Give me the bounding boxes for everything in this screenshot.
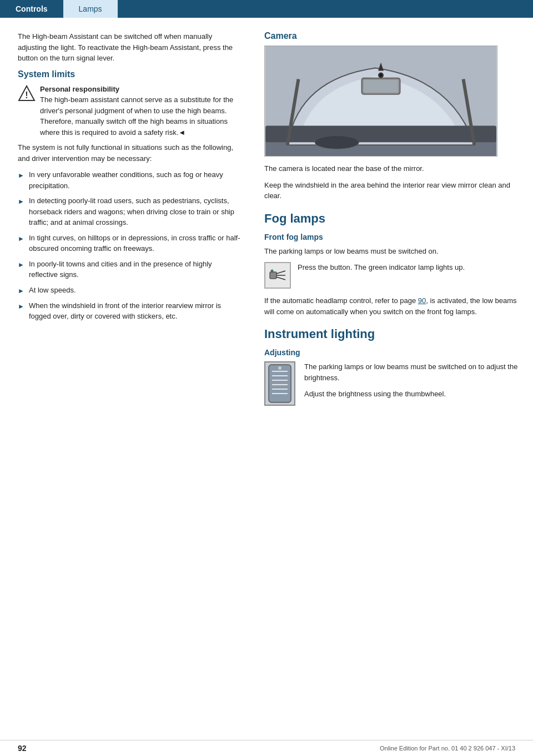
tab-controls[interactable]: Controls: [0, 0, 63, 18]
right-column: Camera: [255, 31, 533, 412]
front-fog-text2: If the automatic headlamp control, refer…: [264, 295, 520, 317]
list-item-text: When the windshield in front of the inte…: [29, 300, 242, 322]
fog-lamps-title: Fog lamps: [264, 211, 520, 226]
main-content: The High-beam Assistant can be switched …: [0, 18, 533, 412]
system-limits-section: System limits ! Personal responsibility …: [18, 69, 242, 322]
list-item: ► In tight curves, on hilltops or in dep…: [18, 233, 242, 254]
fog-page-link[interactable]: 90: [418, 296, 426, 305]
warning-bold-text: Personal responsibility: [40, 85, 119, 93]
list-item-text: In very unfavorable weather conditions, …: [29, 169, 242, 191]
svg-point-10: [315, 135, 359, 149]
footer: 92 Online Edition for Part no. 01 40 2 9…: [0, 740, 533, 756]
list-item-text: In poorly-lit towns and cities and in th…: [29, 259, 242, 280]
system-limits-title: System limits: [18, 69, 242, 79]
camera-text1: The camera is located near the base of t…: [264, 163, 520, 174]
list-item: ► In poorly-lit towns and cities and in …: [18, 259, 242, 280]
svg-line-14: [276, 271, 285, 274]
camera-section: Camera: [264, 31, 520, 201]
front-fog-text1: The parking lamps or low beams must be s…: [264, 246, 520, 257]
left-column: The High-beam Assistant can be switched …: [0, 31, 255, 412]
fog-button-block: Press the button. The green indicator la…: [264, 262, 520, 289]
header-tabs: Controls Lamps: [0, 0, 533, 18]
fog-lamps-section: Fog lamps Front fog lamps The parking la…: [264, 211, 520, 317]
front-fog-lamps-subtitle: Front fog lamps: [264, 233, 520, 241]
bullet-arrow-icon: ►: [18, 286, 26, 296]
svg-point-8: [380, 74, 382, 76]
adjusting-subtitle: Adjusting: [264, 348, 520, 357]
front-fog-button-text: Press the button. The green indicator la…: [298, 262, 465, 273]
svg-rect-4: [265, 126, 496, 143]
system-intro-text: The system is not fully functional in si…: [18, 142, 242, 164]
bullet-arrow-icon: ►: [18, 196, 26, 206]
list-item: ► In detecting poorly-lit road users, su…: [18, 195, 242, 228]
svg-line-16: [276, 277, 285, 280]
camera-image: [264, 46, 497, 157]
list-item: ► In very unfavorable weather conditions…: [18, 169, 242, 191]
fog-text2-prefix: If the automatic headlamp control, refer…: [264, 296, 418, 305]
warning-body-text: The high-beam assistant cannot serve as …: [40, 95, 233, 137]
bullet-arrow-icon: ►: [18, 234, 26, 244]
list-item: ► When the windshield in front of the in…: [18, 300, 242, 322]
instrument-adjusting-block: The parking lamps or low beams must be s…: [264, 361, 520, 406]
svg-rect-18: [269, 365, 291, 402]
camera-title: Camera: [264, 31, 520, 41]
list-item-text: At low speeds.: [29, 285, 76, 296]
instrument-text2: Adjust the brightness using the thumbwhe…: [304, 389, 520, 400]
instrument-lighting-section: Instrument lighting Adjusting: [264, 327, 520, 406]
svg-rect-6: [363, 79, 398, 93]
svg-text:!: !: [25, 90, 28, 100]
bullet-arrow-icon: ►: [18, 301, 26, 311]
bullet-arrow-icon: ►: [18, 170, 26, 180]
instrument-thumbwheel-icon: [264, 361, 295, 406]
warning-text: Personal responsibility The high-beam as…: [40, 84, 242, 138]
warning-block: ! Personal responsibility The high-beam …: [18, 84, 242, 138]
footer-text: Online Edition for Part no. 01 40 2 926 …: [380, 745, 515, 752]
page-number: 92: [18, 744, 27, 753]
fog-lamp-button-icon: [264, 262, 291, 289]
svg-point-25: [278, 366, 281, 370]
intro-paragraph: The High-beam Assistant can be switched …: [18, 31, 242, 64]
list-item-text: In tight curves, on hilltops or in depre…: [29, 233, 242, 254]
instrument-text1: The parking lamps or low beams must be s…: [304, 361, 520, 383]
bullet-arrow-icon: ►: [18, 260, 26, 270]
tab-lamps[interactable]: Lamps: [63, 0, 118, 18]
instrument-lighting-title: Instrument lighting: [264, 327, 520, 341]
svg-rect-13: [270, 272, 276, 279]
instrument-text-block: The parking lamps or low beams must be s…: [304, 361, 520, 405]
bullet-list: ► In very unfavorable weather conditions…: [18, 169, 242, 322]
camera-text2: Keep the windshield in the area behind t…: [264, 180, 520, 201]
svg-point-17: [271, 270, 273, 272]
list-item-text: In detecting poorly-lit road users, such…: [29, 195, 242, 228]
warning-icon: !: [18, 85, 36, 103]
list-item: ► At low speeds.: [18, 285, 242, 296]
